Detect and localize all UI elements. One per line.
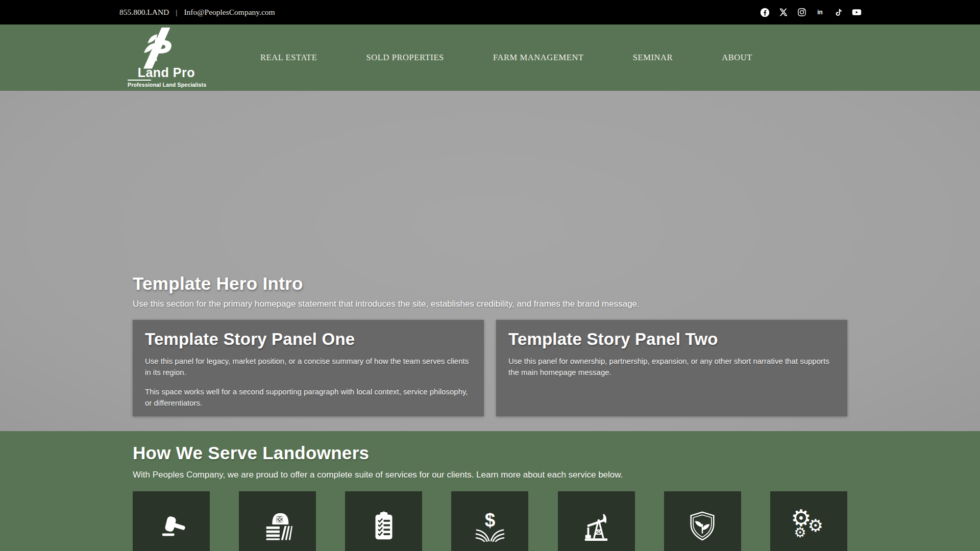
logo-tagline: Professional Land Specialists — [128, 82, 195, 88]
service-tiles: $ — [133, 491, 847, 551]
story-panel-one-paragraph: This space works well for a second suppo… — [145, 386, 472, 409]
services-title: How We Serve Landowners — [133, 443, 847, 463]
hero-section: Template Hero Intro Use this section for… — [0, 91, 980, 431]
gears-icon: ⚙ ⚙ ⚙ — [792, 510, 825, 543]
services-subtitle: With Peoples Company, we are proud to of… — [133, 470, 847, 480]
service-tile-operations[interactable]: ⚙ ⚙ ⚙ — [770, 491, 847, 551]
service-tile-management[interactable] — [345, 491, 422, 551]
oil-derrick-icon — [580, 510, 612, 542]
nav-item-sold-properties[interactable]: SOLD PROPERTIES — [366, 53, 444, 63]
dollar-field-icon: $ — [474, 510, 506, 542]
separator: | — [176, 8, 177, 17]
tiktok-link[interactable] — [834, 8, 843, 17]
svg-text:$: $ — [485, 510, 495, 531]
youtube-link[interactable] — [852, 8, 862, 17]
story-panel-one-title: Template Story Panel One — [145, 330, 472, 349]
facebook-link[interactable] — [760, 8, 770, 17]
nav-item-about[interactable]: ABOUT — [722, 53, 752, 63]
service-tile-minerals[interactable] — [558, 491, 635, 551]
story-panel-two-title: Template Story Panel Two — [508, 330, 835, 349]
service-tile-conservation[interactable] — [664, 491, 741, 551]
story-panel-two: Template Story Panel Two Use this panel … — [496, 320, 847, 416]
logo-title: Land Pro — [138, 65, 195, 80]
email-link[interactable]: Info@PeoplesCompany.com — [184, 8, 275, 17]
services-section: How We Serve Landowners With Peoples Com… — [0, 431, 980, 551]
logo[interactable]: Land Pro Professional Land Specialists — [128, 28, 195, 88]
nav-item-real-estate[interactable]: REAL ESTATE — [260, 53, 317, 63]
gear-small-icon: ⚙ — [794, 525, 806, 539]
gear-medium-icon: ⚙ — [807, 517, 823, 534]
nav-links: REAL ESTATE SOLD PROPERTIES FARM MANAGEM… — [260, 53, 752, 63]
story-panels: Template Story Panel One Use this panel … — [133, 320, 847, 416]
clipboard-checklist-icon — [368, 510, 400, 542]
tiktok-icon — [834, 8, 843, 17]
gavel-icon — [156, 510, 187, 542]
service-tile-land-values[interactable]: $ — [451, 491, 528, 551]
linkedin-link[interactable]: in — [815, 8, 825, 17]
shield-sprout-icon — [687, 510, 718, 542]
nav-item-farm-management[interactable]: FARM MANAGEMENT — [493, 53, 584, 63]
contact-info: 855.800.LAND | Info@PeoplesCompany.com — [119, 8, 275, 17]
nav-item-seminar[interactable]: SEMINAR — [633, 53, 673, 63]
x-twitter-link[interactable] — [778, 8, 788, 17]
hero-title: Template Hero Intro — [133, 273, 847, 294]
story-panel-one: Template Story Panel One Use this panel … — [133, 320, 484, 416]
main-navbar: Land Pro Professional Land Specialists R… — [0, 24, 980, 91]
service-tile-farm[interactable] — [239, 491, 316, 551]
youtube-icon — [852, 7, 862, 17]
instagram-icon — [797, 8, 806, 17]
story-panel-two-paragraph: Use this panel for ownership, partnershi… — [508, 356, 835, 378]
instagram-link[interactable] — [797, 8, 806, 17]
top-utility-bar: 855.800.LAND | Info@PeoplesCompany.com — [0, 0, 980, 24]
phone-link[interactable]: 855.800.LAND — [119, 8, 169, 17]
linkedin-icon: in — [815, 7, 825, 17]
social-links: in — [760, 8, 862, 17]
story-panel-one-paragraph: Use this panel for legacy, market positi… — [145, 356, 472, 378]
barn-fields-icon — [262, 510, 293, 542]
facebook-icon — [760, 8, 770, 17]
svg-text:in: in — [817, 9, 823, 16]
x-twitter-icon — [779, 8, 788, 17]
service-tile-auction[interactable] — [133, 491, 210, 551]
hero-subtitle: Use this section for the primary homepag… — [133, 299, 847, 309]
